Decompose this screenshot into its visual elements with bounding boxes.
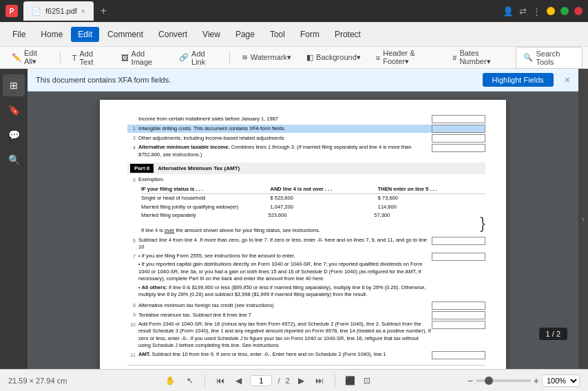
new-tab-btn[interactable]: + (96, 3, 111, 19)
bates-icon: # (452, 54, 456, 62)
pdf-row-8: 8 Alternative minimum tax foreign tax cr… (127, 302, 485, 310)
header-footer-btn[interactable]: ≡ Header & Footer▾ (370, 46, 444, 69)
row-text-7-bullet1: • If you are filing Form 2555, see instr… (138, 253, 432, 260)
pdf-row-3: 3 Other adjustments, including income-ba… (127, 134, 485, 142)
watermark-label: Watermark▾ (251, 53, 291, 62)
menu-form[interactable]: Form (293, 27, 326, 42)
filing-row-married-sep: Married filing separately 523,600 57,300… (141, 211, 485, 226)
pdf-icon: 📄 (32, 7, 41, 16)
zoom-slider[interactable] (476, 379, 531, 382)
pdf-row-1: 1 Intangible drilling costs. This docume… (127, 125, 485, 133)
select-tool-btn[interactable]: ↖ (184, 374, 196, 387)
hand-tool-btn[interactable]: ✋ (162, 374, 178, 387)
filing-table-header: IF your filing status is . . . AND line … (141, 185, 485, 195)
menu-comment[interactable]: Comment (101, 27, 150, 42)
filing-status-table: IF your filing status is . . . AND line … (141, 185, 485, 235)
zoom-out-btn[interactable]: − (468, 375, 473, 386)
filing-amt-single: $ 523,600 (271, 195, 378, 202)
prev-page-btn[interactable]: ◀ (233, 374, 244, 387)
edit-all-btn[interactable]: ✏️ Edit All▾ (6, 46, 54, 69)
bates-label: Bates Number▾ (459, 49, 507, 66)
col-line4: AND line 4 is not over . . . (271, 186, 378, 193)
add-link-label: Add Link (191, 50, 218, 66)
watermark-btn[interactable]: ≋ Watermark▾ (235, 50, 297, 65)
pdf-row-6: 6 Subtract line 4 from line 4. If more t… (127, 237, 485, 251)
search-icon: 🔍 (523, 53, 533, 62)
next-page-btn[interactable]: ▶ (295, 374, 307, 387)
sync-icon: ⇄ (519, 6, 527, 17)
row-text-5: Exemption. (138, 176, 485, 184)
add-image-btn[interactable]: 🖼 Add Image (115, 47, 170, 69)
row-text-6: Subtract line 4 from line 4. If more tha… (138, 237, 432, 251)
add-link-btn[interactable]: 🔗 Add Link (173, 47, 224, 69)
row-text-1: Intangible drilling costs. This document… (138, 125, 432, 133)
row-text-4: Alternative minimum taxable income. Comb… (138, 144, 432, 158)
add-text-btn[interactable]: T Add Text (66, 47, 112, 69)
pdf-scroll-area[interactable]: Income from certain installment sales be… (28, 92, 578, 369)
filing-status-married-joint: Married filing jointly or qualifying wid… (141, 204, 271, 211)
bates-number-btn[interactable]: # Bates Number▾ (446, 46, 513, 69)
page-number-input[interactable] (250, 375, 272, 386)
bottom-bar: 21.59 × 27.94 cm ✋ ↖ ⏮ ◀ / 2 ▶ ⏭ ⬛ ⊡ − +… (0, 369, 588, 391)
footer-paperwork-text: For Paperwork Reduction Act Notice, see … (127, 368, 299, 369)
row-box-11 (432, 351, 485, 359)
sidebar-bookmark-btn[interactable]: 🔖 (3, 99, 25, 121)
highlight-fields-btn[interactable]: Highlight Fields (483, 73, 554, 87)
row-num-8: 8 (127, 302, 138, 309)
bottom-sep-2 (335, 374, 335, 387)
maximize-btn[interactable] (560, 7, 569, 15)
main-area: ⊞ 🔖 💬 🔍 This document contains XFA form … (0, 69, 588, 369)
active-tab[interactable]: 📄 f6251.pdf × (23, 1, 94, 21)
row-num-6: 6 (127, 237, 138, 244)
menu-view[interactable]: View (196, 27, 227, 42)
part-ii-header: Part II Alternative Minimum Tax (AMT) (127, 162, 485, 174)
menu-page[interactable]: Page (229, 27, 262, 42)
filing-result-married-joint: 114,600 (378, 204, 485, 211)
filing-status-married-sep: Married filing separately (141, 212, 269, 225)
last-page-btn[interactable]: ⏭ (313, 374, 326, 387)
bottom-sep-1 (204, 374, 205, 387)
menu-home[interactable]: Home (34, 27, 70, 42)
more-icon[interactable]: ⋮ (532, 6, 541, 17)
sidebar-search-btn[interactable]: 🔍 (3, 149, 25, 171)
row-box-7 (432, 253, 485, 261)
minimize-btn[interactable] (547, 7, 555, 15)
sidebar-pages-btn[interactable]: ⊞ (3, 74, 25, 96)
fit-width-btn[interactable]: ⬛ (344, 374, 357, 387)
row-text-10: Add Form 1040 or 1040-SR, line 16 (minus… (138, 321, 432, 350)
header-footer-icon: ≡ (376, 54, 380, 62)
search-tools-btn[interactable]: 🔍 Search Tools (516, 47, 582, 69)
sidebar-comment-btn[interactable]: 💬 (3, 124, 25, 146)
close-btn[interactable] (574, 7, 582, 15)
menu-file[interactable]: File (6, 27, 32, 42)
menu-protect[interactable]: Protect (328, 27, 368, 42)
row-box-3 (432, 134, 485, 142)
tab-label: f6251.pdf (45, 7, 77, 15)
background-btn[interactable]: ◧ Background▾ (300, 50, 367, 65)
row-num-7: 7 (127, 253, 138, 260)
right-panel-toggle[interactable]: › (578, 69, 588, 369)
pdf-row-10: 10 Add Form 1040 or 1040-SR, line 16 (mi… (127, 321, 485, 350)
tab-close-btn[interactable]: × (81, 8, 85, 15)
header-footer-label: Header & Footer▾ (383, 49, 437, 66)
fit-page-btn[interactable]: ⊡ (362, 374, 372, 387)
row-num-5: 5 (127, 177, 138, 184)
zoom-select[interactable]: 100% 75% 125% 150% 200% (542, 374, 580, 387)
row-text-7-bullet2: • If you reported capital gain distribut… (138, 261, 432, 283)
filing-over-note: If line 4 is over the amount shown above… (141, 227, 485, 235)
menu-tool[interactable]: Tool (263, 27, 292, 42)
zoom-in-btn[interactable]: + (534, 375, 539, 386)
pdf-row-9: 9 Tentative minimum tax. Subtract line 8… (127, 311, 485, 319)
background-icon: ◧ (306, 53, 313, 62)
doc-size-label: 21.59 × 27.94 cm (8, 377, 67, 385)
part-ii-label: Part II (130, 164, 154, 173)
first-page-btn[interactable]: ⏮ (213, 374, 227, 387)
xfa-close-btn[interactable]: × (565, 74, 570, 85)
pdf-row-4: 4 Alternative minimum taxable income. Co… (127, 144, 485, 158)
menu-edit[interactable]: Edit (71, 27, 99, 42)
menu-convert[interactable]: Convert (151, 27, 194, 42)
filing-amt-married-joint: 1,047,200 (271, 204, 378, 211)
avatar-icon: 👤 (503, 6, 514, 17)
row-text-8: Alternative minimum tax foreign tax cred… (138, 302, 432, 310)
row-text-3: Other adjustments, including income-base… (138, 135, 432, 142)
